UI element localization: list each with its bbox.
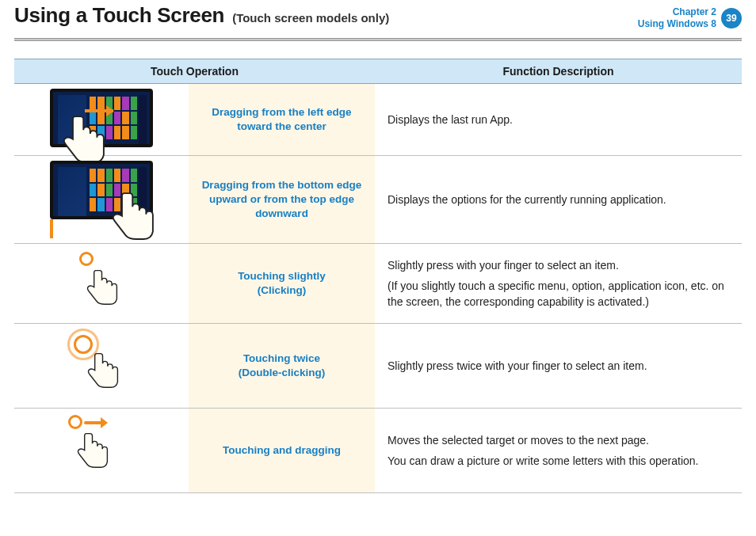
- operation-description: Displays the options for the currently r…: [375, 156, 742, 244]
- gesture-tap-icon: [70, 253, 133, 317]
- operation-description: Moves the selected target or moves to th…: [375, 409, 742, 493]
- gesture-illustration-cell: [14, 324, 189, 409]
- description-text: Displays the options for the currently r…: [388, 192, 729, 207]
- operation-name-line1: Touching twice: [197, 352, 367, 366]
- operation-name: Dragging from the left edge toward the c…: [189, 84, 375, 156]
- operation-name: Touching and dragging: [189, 409, 375, 493]
- operation-name: Touching slightly (Clicking): [189, 244, 375, 324]
- touch-operations-table: Touch Operation Function Description: [14, 59, 742, 493]
- gesture-illustration-cell: [14, 156, 189, 244]
- gesture-drag-icon: [62, 418, 141, 486]
- hand-pointing-icon: [91, 180, 166, 255]
- table-row: Touching and dragging Moves the selected…: [14, 409, 742, 493]
- page-number-badge: 39: [721, 8, 742, 29]
- header-divider: [14, 38, 742, 41]
- operation-description: Slightly press with your finger to selec…: [375, 244, 742, 324]
- gesture-drag-left-edge-icon: [50, 89, 153, 147]
- page-header: Using a Touch Screen (Touch screen model…: [14, 0, 742, 30]
- table-row: Dragging from the left edge toward the c…: [14, 84, 742, 156]
- gesture-illustration-cell: [14, 409, 189, 493]
- description-text: Displays the last run App.: [388, 112, 729, 127]
- operation-description: Slightly press twice with your finger to…: [375, 324, 742, 409]
- description-text: (If you slightly touch a specific menu, …: [388, 278, 729, 310]
- title-wrap: Using a Touch Screen (Touch screen model…: [14, 3, 389, 28]
- page-subtitle: (Touch screen models only): [232, 11, 389, 25]
- gesture-double-tap-icon: [66, 333, 137, 401]
- page: Using a Touch Screen (Touch screen model…: [0, 0, 756, 536]
- gesture-illustration-cell: [14, 84, 189, 156]
- description-text: Slightly press twice with your finger to…: [388, 358, 729, 374]
- chapter-line-2: Using Windows 8: [638, 18, 716, 30]
- table-row: Touching slightly (Clicking) Slightly pr…: [14, 244, 742, 324]
- col-header-touch-operation: Touch Operation: [14, 59, 375, 84]
- description-text: You can draw a picture or write some let…: [388, 453, 729, 469]
- description-text: Slightly press with your finger to selec…: [388, 257, 729, 273]
- chapter-line-1: Chapter 2: [673, 6, 716, 18]
- hand-pointing-icon: [71, 257, 127, 320]
- gesture-drag-bottom-edge-icon: [50, 161, 153, 238]
- table-row: Dragging from the bottom edge upward or …: [14, 156, 742, 244]
- page-title: Using a Touch Screen: [14, 3, 224, 28]
- operation-name-line1: Touching slightly: [197, 269, 367, 283]
- chapter-lines: Chapter 2 Using Windows 8: [638, 6, 716, 30]
- chapter-info: Chapter 2 Using Windows 8 39: [638, 3, 742, 30]
- description-text: Moves the selected target or moves to th…: [388, 432, 729, 448]
- operation-name: Dragging from the bottom edge upward or …: [189, 156, 375, 244]
- operation-description: Displays the last run App.: [375, 84, 742, 156]
- hand-pointing-icon: [62, 420, 117, 483]
- arrow-up-icon: [50, 219, 53, 238]
- operation-name-line2: (Clicking): [197, 283, 367, 298]
- operation-name: Touching twice (Double-clicking): [189, 324, 375, 409]
- table-row: Touching twice (Double-clicking) Slightl…: [14, 324, 742, 409]
- operation-name-line2: (Double-clicking): [197, 366, 367, 380]
- col-header-function-description: Function Description: [375, 59, 742, 84]
- hand-pointing-icon: [72, 340, 128, 403]
